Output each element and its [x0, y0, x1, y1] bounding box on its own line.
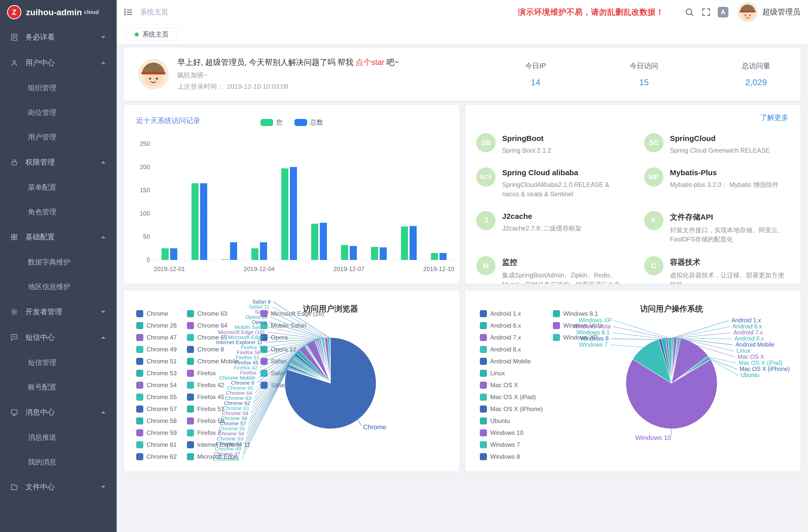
- legend-swatch: [136, 322, 143, 329]
- legend-item[interactable]: Chrome: [136, 308, 177, 319]
- legend-item[interactable]: Safari 9: [260, 379, 324, 391]
- tech-desc: Spring Boot 2.1.2: [502, 146, 551, 155]
- legend-item[interactable]: Linux: [480, 367, 543, 379]
- legend-item[interactable]: Chrome 57: [136, 403, 177, 415]
- sidebar-subitem[interactable]: 账号配置: [0, 375, 117, 399]
- legend-item[interactable]: Chrome 62: [136, 451, 177, 462]
- sidebar-subitem[interactable]: 岗位管理: [0, 100, 117, 125]
- legend-item[interactable]: Windows 10: [480, 427, 543, 439]
- legend-item[interactable]: Android 7.x: [480, 331, 543, 343]
- sidebar-item-4[interactable]: 开发者管理: [0, 299, 117, 325]
- sidebar-subitem[interactable]: 菜单配置: [0, 175, 117, 200]
- legend-item[interactable]: Firefox 51: [187, 403, 250, 415]
- tech-desc: 虚拟化容器技术，让迁移、部署更加方便快捷: [670, 271, 789, 284]
- legend-item[interactable]: Android 6.x: [480, 319, 543, 331]
- bar-legend-item[interactable]: 总数: [294, 118, 323, 127]
- fullscreen-button[interactable]: [701, 7, 711, 17]
- svg-text:Safari 9: Safari 9: [252, 299, 271, 305]
- legend-item[interactable]: Firefox 42: [187, 379, 250, 391]
- legend-item[interactable]: Chrome 65: [187, 331, 250, 343]
- legend-item[interactable]: Microsoft Edge (16): [260, 308, 324, 319]
- legend-item[interactable]: Chrome 53: [136, 367, 177, 379]
- tech-badge: MP: [644, 167, 663, 187]
- legend-item[interactable]: Windows 8: [480, 451, 543, 462]
- legend-item[interactable]: Android 8.x: [480, 343, 543, 355]
- sidebar-subitem[interactable]: 消息推送: [0, 425, 117, 450]
- star-link[interactable]: 点个star: [355, 58, 384, 67]
- legend-item[interactable]: Mac OS X (iPad): [480, 391, 543, 403]
- sidebar-item-2[interactable]: 权限管理: [0, 149, 117, 175]
- chevron-up-icon: [101, 236, 106, 238]
- bar-legend-item[interactable]: 您: [260, 118, 283, 127]
- legend-item[interactable]: Safari 11: [260, 367, 324, 379]
- font-size-button[interactable]: A: [718, 7, 728, 18]
- visits-bar-chart[interactable]: 0501001502002502019-12-012019-12-042019-…: [124, 105, 460, 284]
- tech-badge: C: [644, 256, 663, 275]
- legend-item[interactable]: Mac OS X (iPhone): [480, 403, 543, 415]
- legend-item[interactable]: Windows 7: [480, 439, 543, 451]
- legend-item[interactable]: Chrome 49: [136, 343, 177, 355]
- sidebar-subitem[interactable]: 地区信息维护: [0, 274, 117, 299]
- tech-stack-card: 了解更多 SBSpringBootSpring Boot 2.1.2SCSpri…: [465, 105, 801, 284]
- legend-item[interactable]: Windows Vista: [553, 319, 603, 331]
- message-icon: [10, 408, 18, 416]
- sidebar-item-0[interactable]: 务必详看: [0, 24, 117, 50]
- sidebar-item-5[interactable]: 短信中心: [0, 325, 117, 350]
- collapse-menu-icon[interactable]: [123, 7, 133, 17]
- tech-desc: SpringCloudAlibaba2.1.0.RELEASE & nacos …: [502, 180, 621, 199]
- legend-item[interactable]: Internet Explorer 11: [187, 439, 250, 451]
- sidebar-subitem[interactable]: 数据字典维护: [0, 250, 117, 274]
- sidebar-item-7[interactable]: 文件中心: [0, 474, 117, 500]
- legend-item[interactable]: Windows 8.1: [553, 308, 603, 319]
- learn-more-link[interactable]: 了解更多: [760, 113, 788, 123]
- legend-item[interactable]: Android 1.x: [480, 308, 543, 319]
- svg-text:Android 8.x: Android 8.x: [734, 335, 764, 342]
- legend-item[interactable]: Windows XP: [553, 331, 603, 343]
- sidebar-item-3[interactable]: 基础配置: [0, 224, 117, 250]
- legend-item[interactable]: Microsoft Edge: [187, 451, 250, 462]
- sidebar-subitem[interactable]: 用户管理: [0, 125, 117, 149]
- sidebar-subitem[interactable]: 组织管理: [0, 76, 117, 100]
- legend-item[interactable]: Firefox: [187, 367, 250, 379]
- legend-item[interactable]: Firefox 7: [187, 427, 250, 439]
- legend-item[interactable]: Chrome 58: [136, 415, 177, 427]
- legend-item[interactable]: Chrome Mobile: [187, 355, 250, 367]
- tech-badge: F: [644, 211, 663, 230]
- legend-item[interactable]: Opera: [260, 331, 324, 343]
- sidebar-item-6[interactable]: 消息中心: [0, 399, 117, 425]
- legend-item[interactable]: Firefox 56: [187, 415, 250, 427]
- legend-item[interactable]: Chrome 47: [136, 331, 177, 343]
- legend-item[interactable]: Chrome 59: [136, 427, 177, 439]
- legend-item[interactable]: Chrome 61: [136, 439, 177, 451]
- legend-item[interactable]: Chrome 54: [136, 379, 177, 391]
- legend-item[interactable]: Chrome 64: [187, 319, 250, 331]
- legend-swatch: [187, 322, 194, 329]
- legend-item[interactable]: Safari: [260, 355, 324, 367]
- legend-item[interactable]: Chrome 26: [136, 319, 177, 331]
- sidebar-subitem[interactable]: 我的消息: [0, 450, 117, 474]
- legend-item[interactable]: Chrome 63: [187, 308, 250, 319]
- legend-swatch: [136, 358, 143, 365]
- legend-item[interactable]: Firefox 45: [187, 391, 250, 403]
- legend-item[interactable]: Chrome 51: [136, 355, 177, 367]
- legend-item[interactable]: Ubuntu: [480, 415, 543, 427]
- chevron-up-icon: [101, 336, 106, 339]
- search-button[interactable]: [684, 7, 694, 17]
- tab-home[interactable]: 系统主页: [127, 28, 177, 41]
- greeting-subtitle: 疯狂加班~: [177, 71, 399, 80]
- legend-item[interactable]: Android Mobile: [480, 355, 543, 367]
- sidebar-subitem[interactable]: 角色管理: [0, 200, 117, 224]
- sidebar-subitem[interactable]: 短信管理: [0, 350, 117, 375]
- legend-item[interactable]: Opera 12: [260, 343, 324, 355]
- tech-title: J2cache: [502, 212, 582, 221]
- sidebar-item-1[interactable]: 用户中心: [0, 50, 117, 76]
- legend-swatch: [187, 453, 194, 460]
- legend-item[interactable]: Chrome 8: [187, 343, 250, 355]
- legend-item[interactable]: Mac OS X: [480, 379, 543, 391]
- legend-item[interactable]: Chrome 55: [136, 391, 177, 403]
- last-login: 上次登录时间： 2019-12-10 10:03:08: [177, 82, 399, 91]
- avatar[interactable]: [737, 2, 758, 22]
- legend-swatch: [187, 405, 194, 412]
- legend-swatch: [260, 358, 268, 365]
- legend-item[interactable]: Mobile Safari: [260, 319, 324, 331]
